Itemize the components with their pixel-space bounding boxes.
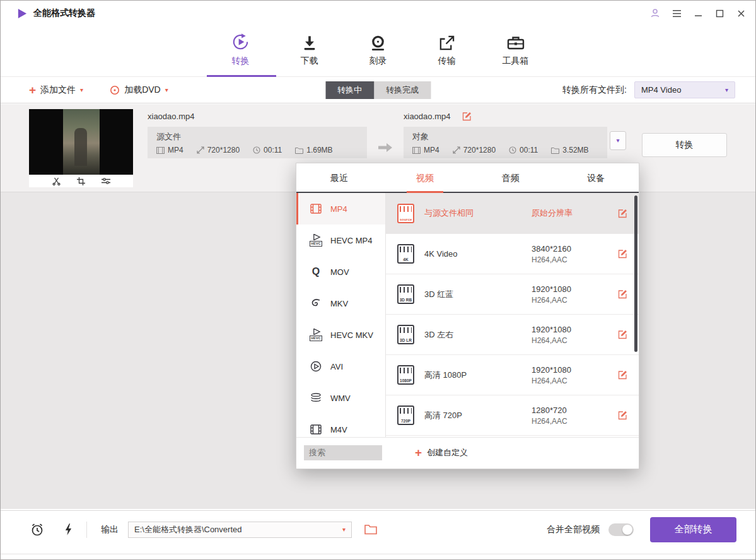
maximize-button[interactable]: [714, 8, 725, 19]
crop-button[interactable]: [77, 177, 85, 185]
load-dvd-label: 加载DVD: [124, 85, 161, 96]
format-label: MKV: [330, 299, 348, 308]
preset-dropdown-button[interactable]: ▾: [610, 131, 626, 150]
output-format-value: MP4 Video: [641, 85, 681, 95]
preset-row-same-as-source[interactable]: source 与源文件相同 原始分辨率: [386, 193, 639, 234]
popup-tab-video[interactable]: 视频: [382, 163, 468, 192]
convert-all-button[interactable]: 全部转换: [650, 517, 736, 542]
scissors-icon: [52, 177, 61, 185]
add-files-button[interactable]: + 添加文件 ▾: [29, 85, 83, 96]
convert-button[interactable]: 转换: [642, 133, 727, 157]
edit-preset-icon[interactable]: [618, 411, 627, 420]
status-tabs: 转换中 转换完成: [325, 81, 431, 99]
create-custom-button[interactable]: + 创建自定义: [415, 447, 468, 458]
preset-name: 4K Video: [424, 249, 532, 259]
format-item-m4v[interactable]: M4V: [296, 414, 385, 437]
edit-preset-icon[interactable]: [618, 330, 627, 339]
format-item-hevc-mp4[interactable]: HEVC HEVC MP4: [296, 225, 385, 256]
edit-preset-icon[interactable]: [618, 209, 627, 218]
preset-list: source 与源文件相同 原始分辨率 4K 4K Video 3840*216…: [386, 193, 639, 437]
duration-stat: 00:11: [509, 146, 538, 155]
resolution-icon: [453, 146, 460, 154]
nav-tab-toolbox[interactable]: 工具箱: [491, 32, 540, 67]
preset-codec: H264,AAC: [532, 255, 612, 264]
close-button[interactable]: [735, 8, 747, 19]
load-dvd-button[interactable]: 加载DVD ▾: [110, 85, 168, 96]
format-item-mp4[interactable]: MP4: [296, 193, 385, 225]
rename-edit-icon[interactable]: [462, 112, 472, 121]
nav-tab-transfer[interactable]: 传输: [422, 32, 472, 67]
preset-name: 与源文件相同: [424, 207, 532, 219]
nav-tab-label: 转换: [232, 55, 250, 67]
create-custom-label: 创建自定义: [427, 447, 468, 458]
minimize-button[interactable]: [692, 8, 704, 19]
film-icon: [412, 147, 421, 154]
edit-preset-icon[interactable]: [618, 370, 627, 380]
high-speed-button[interactable]: [64, 523, 73, 536]
effects-button[interactable]: [102, 177, 110, 185]
burn-disc-icon: [369, 32, 387, 52]
caret-down-icon: ▾: [616, 137, 619, 144]
preset-row-4k[interactable]: 4K 4K Video 3840*2160 H264,AAC: [386, 234, 639, 274]
nav-tab-convert[interactable]: 转换: [216, 32, 265, 67]
popup-tabs: 最近 视频 音频 设备: [296, 163, 639, 193]
schedule-button[interactable]: [30, 523, 44, 537]
format-item-mkv[interactable]: MKV: [296, 288, 385, 319]
edit-preset-icon[interactable]: [618, 289, 627, 299]
mkv-swirl-icon: [310, 298, 322, 309]
popup-tab-device[interactable]: 设备: [553, 163, 639, 192]
mp4-film-icon: [310, 204, 322, 214]
preset-row-3d-redblue[interactable]: 3D RB 3D 红蓝 1920*1080 H264,AAC: [386, 274, 639, 315]
caret-down-icon: ▾: [165, 87, 168, 93]
folder-icon: [364, 524, 377, 535]
convert-icon: [231, 32, 250, 52]
preset-resolution: 1920*1080: [532, 325, 612, 334]
hevc-play-icon: HEVC: [310, 329, 322, 341]
format-stat: MP4: [412, 146, 439, 155]
tab-converting[interactable]: 转换中: [325, 81, 374, 99]
720p-preset-icon: 720P: [397, 405, 414, 425]
tab-converted[interactable]: 转换完成: [374, 81, 431, 99]
search-input[interactable]: [304, 445, 382, 460]
duration-stat: 00:11: [253, 146, 282, 155]
window-controls: [649, 8, 747, 19]
source-file-name: xiaodao.mp4: [148, 112, 194, 121]
format-item-hevc-mkv[interactable]: HEVC HEVC MKV: [296, 319, 385, 351]
preset-codec: H264,AAC: [532, 376, 612, 385]
nav-tab-download[interactable]: 下载: [284, 32, 334, 67]
popup-bottom-bar: + 创建自定义: [296, 437, 639, 467]
film-icon: [156, 147, 165, 154]
popup-tab-recent[interactable]: 最近: [296, 163, 382, 192]
preset-row-3d-leftright[interactable]: 3D LR 3D 左右 1920*1080 H264,AAC: [386, 315, 639, 355]
caret-down-icon: ▾: [725, 87, 728, 93]
resolution-icon: [197, 146, 204, 154]
format-label: WMV: [330, 394, 351, 403]
format-list: MP4 HEVC HEVC MP4 Q MOV: [296, 193, 386, 437]
3d-lr-preset-icon: 3D LR: [397, 325, 414, 344]
account-icon[interactable]: [649, 8, 661, 19]
output-path-select[interactable]: E:\全能格式转换器\Converted ▾: [128, 522, 352, 538]
transfer-icon: [438, 32, 455, 52]
edit-toolbar: [29, 175, 133, 187]
merge-toggle[interactable]: [608, 523, 634, 536]
preset-name: 3D 左右: [424, 329, 532, 341]
preset-scrollbar[interactable]: [634, 195, 637, 352]
format-label: AVI: [330, 362, 343, 371]
resolution-stat: 720*1280: [453, 146, 496, 155]
menu-icon[interactable]: [671, 8, 682, 19]
target-file-name: xiaodao.mp4: [404, 112, 450, 121]
edit-preset-icon[interactable]: [618, 249, 627, 259]
format-item-wmv[interactable]: WMV: [296, 382, 385, 414]
preset-row-720p[interactable]: 720P 高清 720P 1280*720 H264,AAC: [386, 395, 639, 436]
output-format-select[interactable]: MP4 Video ▾: [634, 81, 735, 98]
popup-tab-audio[interactable]: 音频: [468, 163, 554, 192]
trim-button[interactable]: [52, 177, 61, 185]
format-item-mov[interactable]: Q MOV: [296, 256, 385, 288]
open-folder-button[interactable]: [364, 524, 377, 535]
source-preset-icon: source: [397, 204, 414, 223]
output-path-value: E:\全能格式转换器\Converted: [134, 524, 242, 535]
format-item-avi[interactable]: AVI: [296, 351, 385, 382]
nav-tab-burn[interactable]: 刻录: [353, 32, 403, 67]
output-label: 输出: [101, 524, 119, 535]
preset-row-1080p[interactable]: 1080P 高清 1080P 1920*1080 H264,AAC: [386, 355, 639, 395]
